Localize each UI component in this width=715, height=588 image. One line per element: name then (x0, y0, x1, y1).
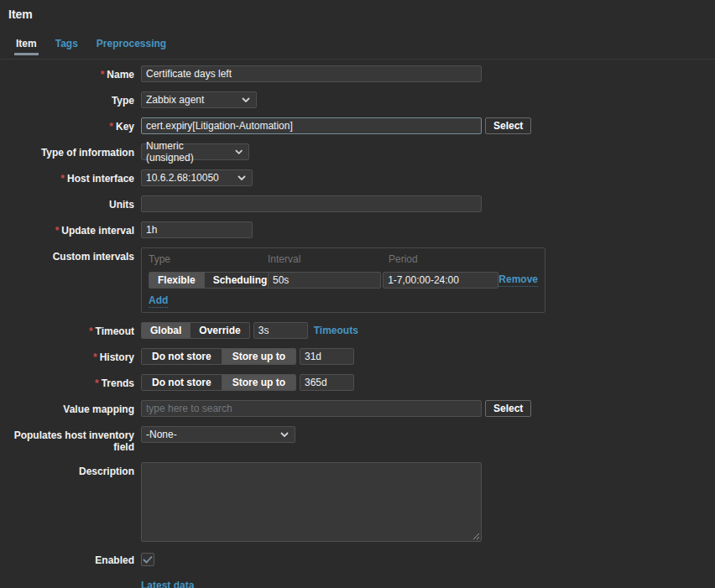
description-textarea[interactable] (141, 462, 482, 542)
custom-intervals-table: Type Interval Period Flexible Scheduling (141, 247, 545, 313)
tab-tags[interactable]: Tags (46, 32, 87, 59)
timeout-input[interactable] (253, 322, 308, 339)
custom-intervals-label: Custom intervals (0, 247, 134, 263)
key-select-button[interactable]: Select (485, 117, 531, 134)
update-interval-input[interactable] (141, 221, 253, 238)
trends-input[interactable] (300, 374, 354, 391)
key-input[interactable] (141, 117, 482, 134)
value-mapping-select-button[interactable]: Select (485, 400, 531, 417)
value-mapping-input[interactable] (141, 400, 482, 417)
add-link[interactable]: Add (149, 294, 168, 308)
history-input[interactable] (300, 348, 354, 365)
column-period: Period (389, 253, 504, 265)
chevron-down-icon (235, 149, 243, 154)
period-input[interactable] (383, 272, 498, 289)
type-of-information-value: Numeric (unsigned) (146, 140, 228, 164)
name-label: *Name (0, 65, 134, 81)
row-history: *History Do not store Store up to (0, 348, 715, 365)
row-value-mapping: Value mapping Select (0, 400, 715, 417)
history-label: *History (0, 348, 134, 363)
tab-bar: Item Tags Preprocessing (0, 32, 715, 60)
units-input[interactable] (141, 195, 482, 212)
interval-type-scheduling[interactable]: Scheduling (205, 273, 276, 288)
required-asterisk: * (95, 377, 99, 389)
history-do-not-store[interactable]: Do not store (142, 349, 222, 364)
row-populates-host-inventory-field: Populates host inventory field -None- (0, 426, 715, 453)
trends-do-not-store[interactable]: Do not store (142, 375, 222, 390)
populates-host-inventory-field-label: Populates host inventory field (0, 426, 134, 453)
host-interface-label: *Host interface (0, 169, 134, 185)
units-label: Units (0, 195, 134, 211)
chevron-down-icon (242, 97, 250, 102)
tab-item[interactable]: Item (7, 32, 46, 59)
page-title: Item (0, 0, 715, 21)
latest-data-link[interactable]: Latest data (141, 580, 194, 588)
type-of-information-select[interactable]: Numeric (unsigned) (141, 143, 249, 160)
host-interface-select[interactable]: 10.6.2.68:10050 (141, 169, 253, 186)
custom-interval-row: Flexible Scheduling Remove (149, 272, 538, 289)
row-enabled: Enabled (0, 551, 715, 566)
type-label: Type (0, 91, 134, 107)
name-input[interactable] (141, 65, 482, 82)
column-interval: Interval (268, 253, 389, 265)
required-asterisk: * (101, 69, 105, 81)
required-asterisk: * (93, 351, 97, 363)
row-description: Description (0, 462, 715, 542)
timeout-toggle: Global Override (141, 322, 250, 339)
timeout-global[interactable]: Global (142, 323, 190, 338)
row-type-of-information: Type of information Numeric (unsigned) (0, 143, 715, 160)
row-type: Type Zabbix agent (0, 91, 715, 108)
trends-store-up-to[interactable]: Store up to (222, 375, 295, 390)
required-asterisk: * (89, 325, 93, 337)
type-of-information-label: Type of information (0, 143, 134, 159)
trends-toggle: Do not store Store up to (141, 374, 296, 391)
populates-host-inventory-field-select[interactable]: -None- (141, 426, 295, 443)
timeouts-link[interactable]: Timeouts (314, 325, 358, 336)
enabled-checkbox[interactable] (141, 553, 154, 566)
chevron-down-icon (237, 175, 246, 180)
custom-intervals-header: Type Interval Period (149, 253, 538, 265)
host-interface-value: 10.6.2.68:10050 (146, 172, 219, 184)
key-label: *Key (0, 117, 134, 133)
value-mapping-label: Value mapping (0, 400, 134, 415)
row-timeout: *Timeout Global Override Timeouts (0, 322, 715, 339)
update-interval-label: *Update interval (0, 221, 134, 237)
chevron-down-icon (280, 432, 289, 437)
remove-link[interactable]: Remove (498, 273, 538, 287)
required-asterisk: * (55, 225, 60, 237)
trends-label: *Trends (0, 374, 134, 389)
row-name: *Name (0, 65, 715, 82)
type-select[interactable]: Zabbix agent (141, 91, 257, 108)
row-update-interval: *Update interval (0, 221, 715, 238)
history-toggle: Do not store Store up to (141, 348, 296, 365)
column-type: Type (149, 253, 268, 265)
enabled-label: Enabled (0, 551, 134, 566)
row-host-interface: *Host interface 10.6.2.68:10050 (0, 169, 715, 186)
check-icon (143, 555, 153, 564)
interval-type-toggle: Flexible Scheduling (149, 272, 276, 289)
type-select-value: Zabbix agent (146, 94, 204, 106)
description-label: Description (0, 462, 134, 477)
history-store-up-to[interactable]: Store up to (222, 349, 295, 364)
timeout-override[interactable]: Override (190, 323, 248, 338)
timeout-label: *Timeout (0, 322, 134, 337)
required-asterisk: * (60, 173, 65, 185)
row-key: *Key Select (0, 117, 715, 134)
tab-preprocessing[interactable]: Preprocessing (87, 32, 175, 59)
row-custom-intervals: Custom intervals Type Interval Period Fl… (0, 247, 715, 313)
interval-type-flexible[interactable]: Flexible (149, 273, 205, 288)
populates-host-inventory-field-value: -None- (146, 429, 177, 440)
interval-input[interactable] (268, 272, 381, 289)
row-trends: *Trends Do not store Store up to (0, 374, 715, 391)
item-form: *Name Type Zabbix agent *Key Select Type… (0, 65, 715, 588)
required-asterisk: * (109, 121, 113, 133)
row-units: Units (0, 195, 715, 212)
